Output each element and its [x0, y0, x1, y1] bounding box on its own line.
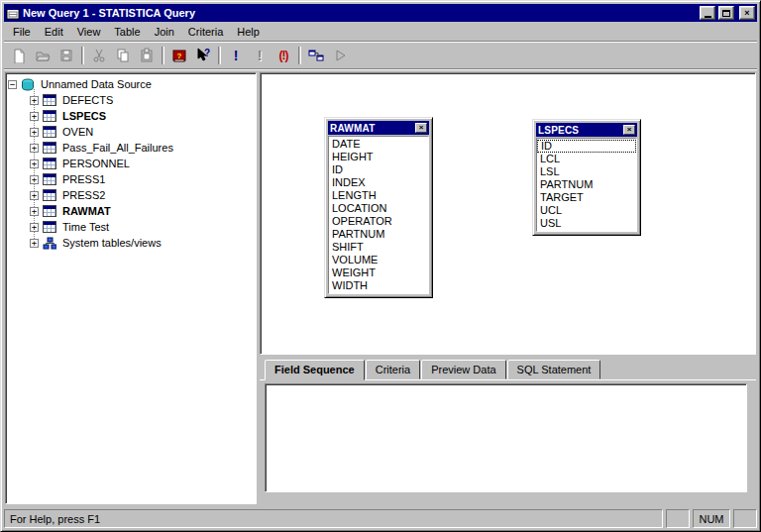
menu-edit[interactable]: Edit: [38, 24, 70, 40]
expand-icon[interactable]: +: [30, 223, 39, 232]
field-item[interactable]: LCL: [537, 153, 636, 165]
field-item[interactable]: VOLUME: [329, 254, 428, 266]
tree-item-label[interactable]: Pass_Fail_All_Failures: [60, 142, 175, 154]
expand-icon[interactable]: +: [30, 239, 39, 248]
table-window-lspecs[interactable]: LSPECS × ID LCL LSL PARTNUM TARGET UCL U…: [532, 119, 641, 236]
tree-item-label[interactable]: Time Test: [60, 221, 111, 233]
open-button[interactable]: [31, 45, 54, 66]
tree-item-rawmat[interactable]: + RAWMAT: [8, 203, 254, 219]
field-item[interactable]: PARTNUM: [329, 228, 428, 241]
table-close-button[interactable]: ×: [623, 125, 635, 135]
expand-icon[interactable]: +: [30, 207, 39, 216]
field-item[interactable]: PARTNUM: [537, 178, 636, 191]
field-item[interactable]: WEIGHT: [329, 266, 428, 279]
field-item-selected[interactable]: ID: [537, 140, 636, 153]
tab-sql-statement[interactable]: SQL Statement: [507, 360, 601, 379]
svg-text:?: ?: [204, 48, 210, 58]
run-to-output-button[interactable]: !: [248, 45, 272, 66]
table-close-button[interactable]: ×: [415, 123, 427, 133]
paste-icon: [139, 48, 155, 63]
table-icon: [43, 142, 56, 154]
menu-help[interactable]: Help: [230, 24, 267, 40]
menu-file[interactable]: File: [6, 24, 38, 40]
maximize-button[interactable]: [718, 6, 734, 20]
tabstrip: Field Sequence Criteria Preview Data SQL…: [260, 358, 756, 380]
tree-root-label[interactable]: Unnamed Data Source: [39, 78, 154, 90]
field-item[interactable]: LSL: [537, 165, 636, 178]
tree-item-label[interactable]: System tables/views: [60, 237, 163, 249]
main-area: − Unnamed Data Source + DEFECTS + LSPECS: [4, 69, 757, 506]
field-item[interactable]: WIDTH: [329, 279, 428, 292]
status-message: For Help, press F1: [4, 509, 663, 528]
field-item[interactable]: ID: [329, 163, 428, 176]
table-icon: [43, 94, 56, 106]
tree-root-unnamed-data-source[interactable]: − Unnamed Data Source: [8, 76, 254, 92]
tree-item-system-tables-views[interactable]: + System tables/views: [8, 235, 254, 251]
new-button[interactable]: [7, 45, 31, 66]
menu-criteria[interactable]: Criteria: [181, 24, 230, 40]
tree-item-label[interactable]: OVEN: [60, 126, 95, 138]
menu-view[interactable]: View: [70, 24, 108, 40]
tree-item-pass-fail-all-failures[interactable]: + Pass_Fail_All_Failures: [8, 140, 254, 156]
table-window-titlebar[interactable]: RAWMAT ×: [328, 121, 429, 135]
field-item[interactable]: LENGTH: [329, 189, 428, 202]
field-item[interactable]: USL: [537, 217, 636, 230]
expand-icon[interactable]: +: [30, 96, 39, 105]
context-help-icon: ?: [195, 48, 211, 63]
collapse-icon[interactable]: −: [8, 80, 17, 89]
tree-item-press1[interactable]: + PRESS1: [8, 171, 254, 187]
run-query-button[interactable]: !: [224, 45, 248, 66]
statusbar: For Help, press F1 NUM: [4, 506, 757, 528]
menu-join[interactable]: Join: [148, 24, 181, 40]
tab-criteria[interactable]: Criteria: [366, 360, 420, 379]
menubar: File Edit View Table Join Criteria Help: [4, 22, 757, 42]
tree-item-press2[interactable]: + PRESS2: [8, 187, 254, 203]
tree-item-label[interactable]: PERSONNEL: [60, 158, 132, 169]
context-help-button[interactable]: ?: [191, 45, 215, 66]
expand-icon[interactable]: +: [30, 175, 39, 184]
paste-button[interactable]: [135, 45, 159, 66]
toolbar-separator: [162, 47, 164, 64]
play-button[interactable]: [328, 45, 352, 66]
tree-item-label[interactable]: DEFECTS: [60, 94, 115, 106]
help-topics-button[interactable]: ?: [167, 45, 191, 66]
field-item[interactable]: SHIFT: [329, 241, 428, 254]
tree-item-label[interactable]: PRESS1: [60, 173, 107, 185]
cut-button[interactable]: [87, 45, 111, 66]
titlebar[interactable]: New Query 1 - STATISTICA Query ×: [4, 4, 757, 22]
expand-icon[interactable]: +: [30, 128, 39, 137]
field-item[interactable]: INDEX: [329, 176, 428, 189]
field-item[interactable]: UCL: [537, 204, 636, 217]
expand-icon[interactable]: +: [30, 144, 39, 153]
tree-item-defects[interactable]: + DEFECTS: [8, 92, 254, 108]
expand-icon[interactable]: +: [30, 160, 39, 168]
close-button[interactable]: ×: [739, 6, 755, 20]
tree-item-label[interactable]: RAWMAT: [60, 205, 113, 217]
field-item[interactable]: DATE: [329, 138, 428, 151]
field-sequence-content[interactable]: [265, 383, 747, 492]
menu-table[interactable]: Table: [107, 24, 147, 40]
table-window-rawmat[interactable]: RAWMAT × DATE HEIGHT ID INDEX LENGTH LOC…: [324, 117, 433, 298]
tree-item-label[interactable]: PRESS2: [60, 189, 107, 201]
field-item[interactable]: OPERATOR: [329, 215, 428, 228]
copy-button[interactable]: [111, 45, 135, 66]
join-tables-button[interactable]: [304, 45, 328, 66]
tree-item-oven[interactable]: + OVEN: [8, 124, 254, 140]
minimize-button[interactable]: [700, 6, 715, 20]
verify-query-button[interactable]: (!): [272, 45, 295, 66]
tab-field-sequence[interactable]: Field Sequence: [265, 360, 365, 380]
table-window-titlebar[interactable]: LSPECS ×: [536, 123, 637, 137]
copy-icon: [115, 48, 131, 63]
tree-item-time-test[interactable]: + Time Test: [8, 219, 254, 235]
save-button[interactable]: [54, 45, 78, 66]
field-item[interactable]: LOCATION: [329, 202, 428, 215]
tree-item-label[interactable]: LSPECS: [60, 110, 108, 122]
expand-icon[interactable]: +: [30, 191, 39, 200]
expand-icon[interactable]: +: [30, 112, 39, 121]
field-item[interactable]: TARGET: [537, 191, 636, 204]
tree-item-personnel[interactable]: + PERSONNEL: [8, 156, 254, 171]
tab-preview-data[interactable]: Preview Data: [421, 360, 505, 379]
field-item[interactable]: HEIGHT: [329, 151, 428, 163]
tree-item-lspecs[interactable]: + LSPECS: [8, 108, 254, 124]
query-canvas[interactable]: RAWMAT × DATE HEIGHT ID INDEX LENGTH LOC…: [260, 72, 756, 355]
